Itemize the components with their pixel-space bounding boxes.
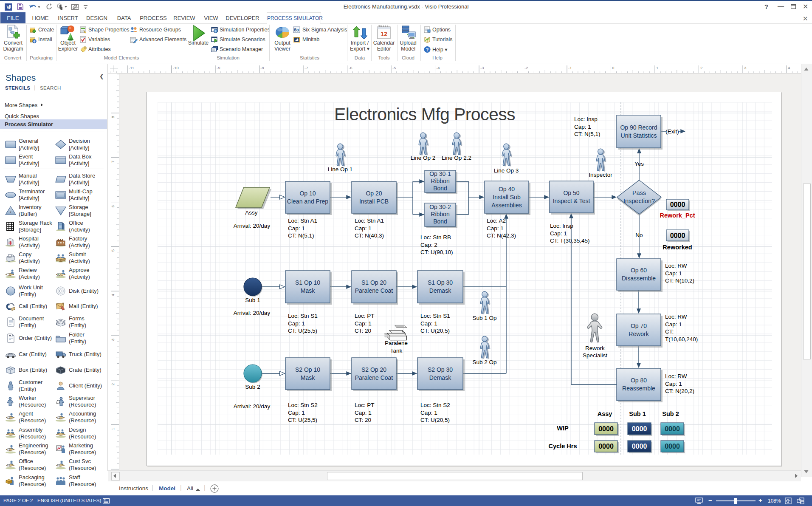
svg-text:Sub 2: Sub 2	[245, 384, 260, 390]
svg-text:?: ?	[426, 47, 429, 52]
svg-text:Disassemble: Disassemble	[622, 275, 656, 282]
svg-text:0000: 0000	[632, 443, 647, 450]
svg-text:CT: U(20,5): CT: U(20,5)	[420, 328, 450, 334]
svg-text:Loc: Insp: Loc: Insp	[550, 223, 573, 229]
svg-text:Arrival: 20/day: Arrival: 20/day	[234, 403, 271, 410]
svg-text:Specialist: Specialist	[583, 352, 607, 359]
svg-text:S2 Op 30: S2 Op 30	[428, 366, 453, 373]
svg-text:CT: U(25,5): CT: U(25,5)	[288, 417, 317, 423]
svg-text:S2 Op 20: S2 Op 20	[361, 366, 386, 373]
svg-text:Assemblies: Assemblies	[491, 202, 522, 209]
svg-text:Sub 1: Sub 1	[245, 297, 260, 303]
svg-text:CT: N(42,3): CT: N(42,3)	[487, 232, 516, 239]
svg-text:Sub 2 Op: Sub 2 Op	[472, 359, 496, 365]
svg-text:Ribbon: Ribbon	[431, 211, 449, 218]
svg-text:Demask: Demask	[429, 287, 451, 294]
svg-text:0000: 0000	[670, 232, 685, 239]
svg-text:Paralene: Paralene	[385, 340, 408, 346]
svg-text:Tank: Tank	[390, 348, 403, 354]
svg-text:Loc: RW: Loc: RW	[665, 314, 687, 320]
svg-text:Loc: RW: Loc: RW	[665, 373, 687, 379]
svg-text:Cycle Hrs: Cycle Hrs	[549, 443, 577, 449]
svg-text:0000: 0000	[670, 201, 685, 208]
svg-text:CT: N(10,2): CT: N(10,2)	[665, 277, 694, 284]
svg-text:Line Op 2.2: Line Op 2.2	[442, 155, 471, 161]
svg-text:0000: 0000	[632, 425, 647, 433]
svg-text:Cap: 1: Cap: 1	[420, 320, 437, 327]
svg-text:Cap: 1: Cap: 1	[288, 225, 305, 232]
svg-text:Paralene Coat: Paralene Coat	[355, 287, 393, 294]
svg-text:S1 Op 30: S1 Op 30	[428, 279, 453, 286]
svg-text:Op 80: Op 80	[631, 377, 647, 384]
svg-text:Loc: Stn S1: Loc: Stn S1	[420, 313, 450, 319]
svg-text:Reworked: Reworked	[663, 244, 692, 251]
svg-text:Reassemble: Reassemble	[622, 385, 655, 392]
svg-text:Assy: Assy	[245, 209, 258, 216]
svg-text:Op 20: Op 20	[366, 190, 382, 197]
svg-text:Loc: PT: Loc: PT	[355, 402, 375, 408]
svg-text:Loc: Stn S1: Loc: Stn S1	[288, 313, 318, 319]
svg-text:(Exit): (Exit)	[665, 128, 679, 135]
svg-text:Loc: Stn A1: Loc: Stn A1	[288, 218, 317, 224]
svg-text:CT: 20: CT: 20	[355, 328, 371, 334]
svg-text:Bond: Bond	[433, 185, 447, 192]
svg-text:Line Op 3: Line Op 3	[494, 167, 519, 174]
svg-text:6σ: 6σ	[294, 28, 299, 32]
svg-text:Paralene Coat: Paralene Coat	[355, 374, 393, 381]
svg-text:S2 Op 10: S2 Op 10	[295, 366, 320, 373]
svg-text:Cap: 2: Cap: 2	[420, 242, 437, 248]
svg-text:T(10,60,240): T(10,60,240)	[665, 336, 698, 342]
svg-text:Arrival: 20/day: Arrival: 20/day	[234, 310, 271, 316]
svg-text:Rework: Rework	[629, 331, 649, 337]
svg-text:Op 30-1: Op 30-1	[429, 170, 451, 177]
svg-text:Line Op 1: Line Op 1	[328, 166, 353, 172]
svg-text:Cap: 1: Cap: 1	[355, 410, 372, 416]
svg-text:Rework_Pct: Rework_Pct	[660, 212, 695, 219]
svg-text:CT: U(90,10): CT: U(90,10)	[420, 249, 453, 255]
svg-text:Loc: Insp: Loc: Insp	[574, 116, 598, 122]
svg-text:Loc: Stn S2: Loc: Stn S2	[420, 402, 450, 408]
svg-text:S1 Op 20: S1 Op 20	[361, 279, 386, 286]
svg-text:Line Op 2: Line Op 2	[411, 155, 436, 161]
svg-text:S1 Op 10: S1 Op 10	[295, 279, 320, 286]
svg-text:Loc: Stn S2: Loc: Stn S2	[288, 402, 318, 408]
svg-text:Inspection?: Inspection?	[623, 198, 655, 204]
svg-text:Inspect & Test: Inspect & Test	[553, 198, 590, 204]
svg-text:No: No	[635, 232, 643, 238]
svg-text:Electronics Mfg Process: Electronics Mfg Process	[334, 105, 515, 124]
svg-text:Clean and Prep: Clean and Prep	[287, 198, 329, 205]
svg-text:Cap: 1: Cap: 1	[574, 124, 591, 130]
svg-text:Cap: 1: Cap: 1	[355, 225, 372, 232]
svg-text:Cap: 1: Cap: 1	[288, 320, 305, 327]
svg-text:Yes: Yes	[634, 161, 644, 167]
svg-text:0000: 0000	[665, 425, 680, 433]
svg-text:Cap: 1: Cap: 1	[487, 225, 504, 232]
svg-text:Install PCB: Install PCB	[359, 198, 389, 205]
svg-text:0000: 0000	[665, 443, 680, 450]
svg-text:Arrival: 20/day: Arrival: 20/day	[234, 223, 271, 229]
svg-text:Loc: RW: Loc: RW	[665, 263, 687, 269]
svg-text:Ribbon: Ribbon	[431, 178, 449, 184]
svg-text:CT: N(5,1): CT: N(5,1)	[574, 131, 601, 137]
svg-text:Op 50: Op 50	[563, 189, 579, 196]
svg-text:CT: 20: CT: 20	[355, 417, 371, 423]
svg-text:CT: T(30,35,45): CT: T(30,35,45)	[550, 237, 590, 244]
svg-text:0000: 0000	[598, 425, 614, 433]
svg-text:CT: U(25,5): CT: U(25,5)	[288, 328, 317, 334]
svg-text:Sub 1 Op: Sub 1 Op	[472, 315, 496, 321]
svg-text:Cap: 1: Cap: 1	[288, 410, 305, 416]
svg-text:Demask: Demask	[429, 374, 451, 381]
svg-text:Cap: 1: Cap: 1	[550, 230, 567, 237]
svg-text:Cap: 1: Cap: 1	[665, 381, 682, 387]
svg-text:Cap: 1: Cap: 1	[665, 270, 682, 277]
svg-text:Loc: A2: Loc: A2	[487, 218, 506, 224]
svg-text:CT: U(20,5): CT: U(20,5)	[420, 417, 450, 423]
svg-text:WIP: WIP	[557, 425, 569, 432]
svg-text:Pass: Pass	[632, 189, 646, 196]
svg-text:Bond: Bond	[433, 218, 447, 225]
svg-text:Sub 2: Sub 2	[662, 410, 679, 417]
svg-text:Loc: PT: Loc: PT	[355, 313, 375, 319]
svg-text:Cap: 1: Cap: 1	[420, 410, 437, 416]
svg-text:Install Sub: Install Sub	[493, 194, 521, 201]
svg-text:CT: N(20,2): CT: N(20,2)	[665, 388, 694, 394]
